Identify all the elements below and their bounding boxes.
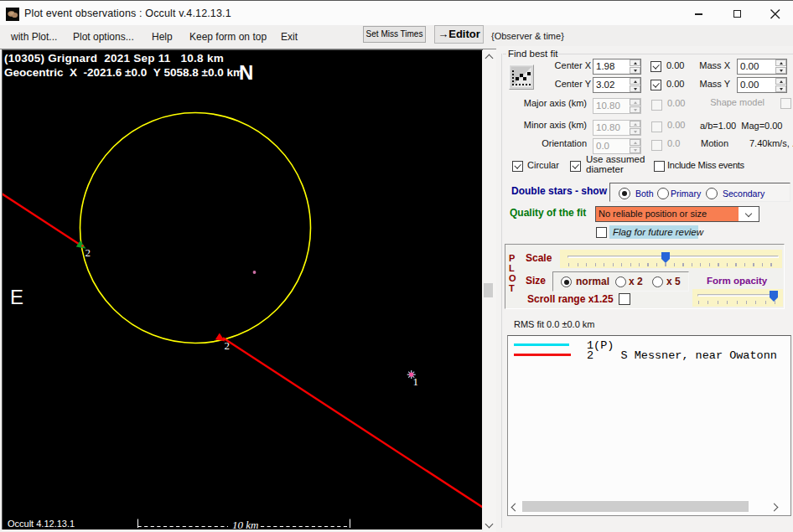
svg-text:2: 2 — [225, 339, 231, 352]
svg-text:N: N — [239, 61, 253, 84]
svg-text:Geocentric X -2021.6 ±0.0 Y: Geocentric X -2021.6 ±0.0 Y 5058.8 ±0.0 … — [4, 66, 243, 79]
svg-text:2: 2 — [86, 246, 91, 259]
svg-text:(10305) Grignard 2021 Sep 11: (10305) Grignard 2021 Sep 11 10.8 km — [4, 52, 224, 65]
svg-text:1: 1 — [413, 375, 419, 388]
svg-text:10 km: 10 km — [232, 519, 258, 530]
svg-text:E: E — [10, 286, 23, 308]
svg-text:Occult 4.12.13.1: Occult 4.12.13.1 — [8, 519, 75, 529]
